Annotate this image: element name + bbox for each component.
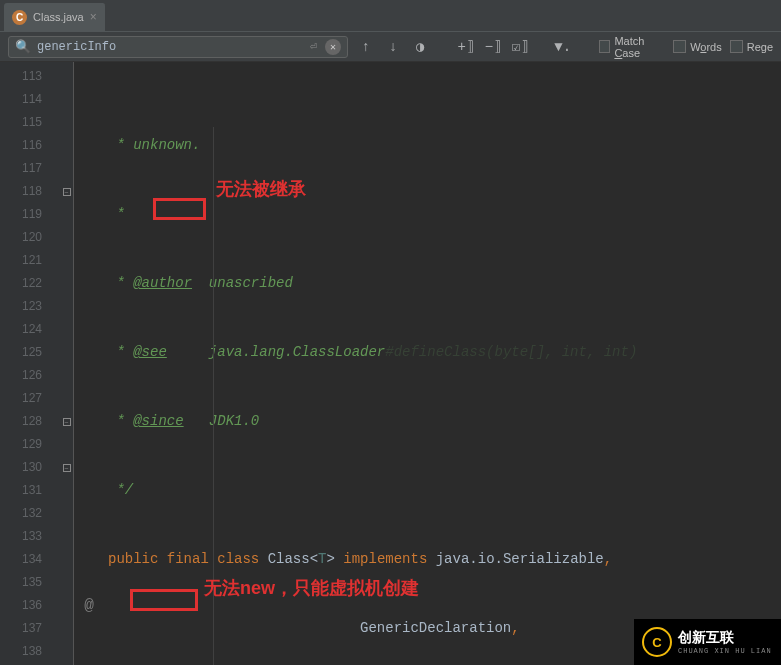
line-number: 126 bbox=[0, 364, 60, 387]
line-number: 120 bbox=[0, 226, 60, 249]
annotation-text-1: 无法被继承 bbox=[216, 178, 306, 201]
line-number: 133 bbox=[0, 525, 60, 548]
line-number: 123 bbox=[0, 295, 60, 318]
line-number: 114 bbox=[0, 88, 60, 111]
line-number: 119 bbox=[0, 203, 60, 226]
search-options-icon[interactable]: ◑ bbox=[411, 38, 430, 55]
line-number: 136 bbox=[0, 594, 60, 617]
line-number: 132 bbox=[0, 502, 60, 525]
prev-occurrence-icon[interactable]: ↑ bbox=[356, 39, 375, 55]
filter-icon[interactable]: ▼. bbox=[553, 39, 572, 55]
code-text: * unknown. bbox=[108, 137, 200, 153]
code-text: * bbox=[108, 206, 125, 222]
search-icon: 🔍 bbox=[15, 39, 31, 55]
line-number-gutter: 1131141151161171181191201211221231241251… bbox=[0, 62, 60, 665]
line-number: 116 bbox=[0, 134, 60, 157]
editor: 1131141151161171181191201211221231241251… bbox=[0, 62, 781, 665]
clear-search-icon[interactable]: ✕ bbox=[325, 39, 341, 55]
line-number: 124 bbox=[0, 318, 60, 341]
select-all-icon[interactable]: ☑⟧ bbox=[511, 38, 530, 55]
watermark-brand: 创新互联 bbox=[678, 629, 772, 647]
fold-marker[interactable]: – bbox=[60, 180, 73, 203]
line-number: 125 bbox=[0, 341, 60, 364]
file-tab[interactable]: C Class.java × bbox=[4, 3, 106, 31]
icon-gutter: @ bbox=[74, 62, 104, 665]
line-number: 127 bbox=[0, 387, 60, 410]
line-number: 121 bbox=[0, 249, 60, 272]
line-number: 137 bbox=[0, 617, 60, 640]
line-number: 134 bbox=[0, 548, 60, 571]
tab-bar: C Class.java × bbox=[0, 0, 781, 32]
watermark-logo-icon: C bbox=[642, 627, 672, 657]
line-number: 118 bbox=[0, 180, 60, 203]
watermark: C 创新互联 CHUANG XIN HU LIAN bbox=[634, 619, 781, 665]
line-number: 122 bbox=[0, 272, 60, 295]
watermark-sub: CHUANG XIN HU LIAN bbox=[678, 647, 772, 655]
enter-icon: ⏎ bbox=[310, 39, 317, 54]
add-selection-icon[interactable]: +⟧ bbox=[456, 38, 475, 55]
line-number: 117 bbox=[0, 157, 60, 180]
override-icon[interactable]: @ bbox=[74, 594, 104, 617]
next-occurrence-icon[interactable]: ↓ bbox=[383, 39, 402, 55]
line-number: 115 bbox=[0, 111, 60, 134]
annotation-box-private bbox=[130, 589, 198, 611]
tab-filename: Class.java bbox=[33, 11, 84, 23]
line-number: 130 bbox=[0, 456, 60, 479]
code-area[interactable]: * unknown. * * @author unascribed * @see… bbox=[104, 62, 781, 665]
line-number: 113 bbox=[0, 65, 60, 88]
line-number: 135 bbox=[0, 571, 60, 594]
match-case-checkbox[interactable]: Match Case bbox=[599, 35, 665, 59]
java-file-icon: C bbox=[12, 10, 27, 25]
annotation-box-final bbox=[153, 198, 206, 220]
fold-marker[interactable]: – bbox=[60, 410, 73, 433]
line-number: 128 bbox=[0, 410, 60, 433]
words-checkbox[interactable]: Words bbox=[673, 40, 722, 53]
fold-gutter: – – – bbox=[60, 62, 74, 665]
remove-selection-icon[interactable]: −⟧ bbox=[484, 38, 503, 55]
line-number: 138 bbox=[0, 640, 60, 663]
regex-checkbox[interactable]: Rege bbox=[730, 40, 773, 53]
search-input[interactable] bbox=[37, 40, 310, 54]
annotation-text-2: 无法new，只能虚拟机创建 bbox=[204, 577, 419, 600]
find-toolbar: 🔍 ⏎ ✕ ↑ ↓ ◑ +⟧ −⟧ ☑⟧ ▼. Match Case Words… bbox=[0, 32, 781, 62]
search-box[interactable]: 🔍 ⏎ ✕ bbox=[8, 36, 348, 58]
fold-marker[interactable]: – bbox=[60, 456, 73, 479]
line-number: 129 bbox=[0, 433, 60, 456]
close-tab-icon[interactable]: × bbox=[90, 10, 97, 24]
line-number: 131 bbox=[0, 479, 60, 502]
